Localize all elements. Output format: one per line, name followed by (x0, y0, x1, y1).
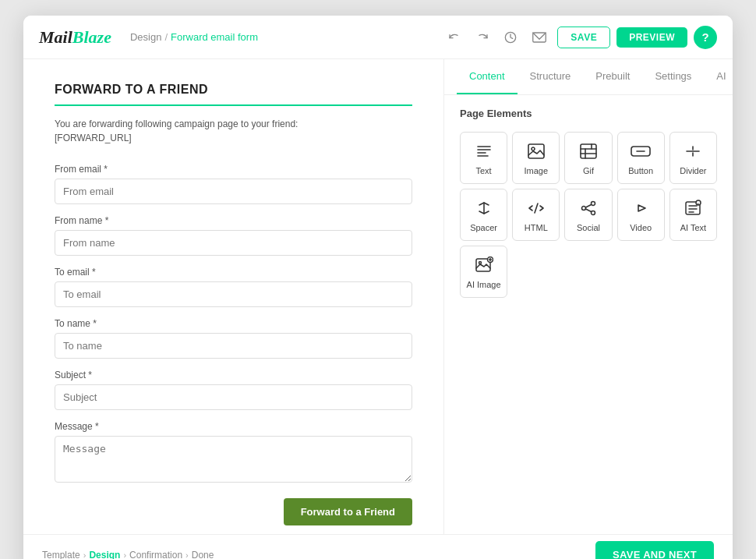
footer-breadcrumb: Template › Design › Confirmation › Done (42, 550, 214, 560)
element-social-label: Social (577, 223, 600, 232)
to-name-label: To name * (55, 318, 412, 329)
breadcrumb-current: Forward email form (171, 31, 258, 43)
header-actions: SAVE PREVIEW ? (443, 26, 717, 49)
element-html[interactable]: HTML (512, 189, 560, 241)
breadcrumb: Design / Forward email form (130, 31, 443, 43)
element-social[interactable]: Social (564, 189, 612, 241)
element-button-label: Button (628, 166, 653, 175)
subject-group: Subject * (55, 370, 412, 410)
element-ai-image[interactable]: AI Image (460, 246, 507, 298)
element-image[interactable]: Image (512, 132, 560, 184)
svg-line-17 (535, 203, 538, 213)
element-text[interactable]: Text (460, 132, 507, 184)
text-icon (475, 140, 493, 162)
footer-sep-1: › (83, 550, 87, 560)
breadcrumb-design: Design (130, 31, 161, 43)
elements-section-title: Page Elements (460, 108, 717, 119)
preview-button[interactable]: PREVIEW (616, 27, 687, 48)
element-image-label: Image (525, 166, 549, 175)
element-button[interactable]: Button (617, 132, 665, 184)
breadcrumb-separator: / (164, 31, 168, 43)
to-email-group: To email * (55, 267, 412, 307)
right-panel: Content Structure Prebuilt Settings AI P… (444, 59, 733, 534)
tabs-bar: Content Structure Prebuilt Settings AI (444, 59, 733, 95)
message-textarea[interactable] (55, 436, 412, 483)
history-button[interactable] (500, 28, 521, 47)
svg-line-22 (585, 209, 591, 212)
to-name-input[interactable] (55, 333, 412, 359)
from-name-group: From name * (55, 215, 412, 256)
step-design: Design (89, 550, 120, 560)
element-ai-text[interactable]: ✦ AI Text (669, 189, 717, 241)
to-email-input[interactable] (55, 281, 412, 307)
elements-grid: Text Image (460, 132, 717, 298)
page-elements: Page Elements Text (444, 95, 733, 534)
step-done: Done (192, 550, 214, 560)
element-gif[interactable]: Gif (564, 132, 612, 184)
tab-ai[interactable]: AI (704, 59, 733, 94)
svg-rect-8 (581, 144, 596, 158)
form-title: FORWARD TO A FRIEND (55, 83, 412, 97)
form-divider (55, 104, 412, 106)
email-icon (532, 31, 546, 44)
main-content: FORWARD TO A FRIEND You are forwarding f… (23, 59, 733, 534)
save-button[interactable]: SAVE (557, 27, 610, 48)
message-group: Message * (55, 421, 412, 486)
element-text-label: Text (476, 166, 492, 175)
submit-row: Forward to a Friend (55, 498, 412, 525)
footer: Template › Design › Confirmation › Done … (23, 534, 733, 559)
to-name-group: To name * (55, 318, 412, 359)
save-and-next-button[interactable]: SAVE AND NEXT (595, 541, 714, 559)
step-template: Template (42, 550, 80, 560)
redo-button[interactable] (472, 28, 493, 47)
app-window: MailBlaze Design / Forward email form (23, 16, 733, 559)
element-divider-label: Divider (680, 166, 706, 175)
subject-input[interactable] (55, 384, 412, 410)
form-description: You are forwarding following campaign pa… (55, 117, 412, 145)
forward-button[interactable]: Forward to a Friend (284, 498, 412, 525)
divider-icon (684, 140, 702, 162)
undo-button[interactable] (443, 28, 465, 47)
tab-structure[interactable]: Structure (518, 59, 584, 94)
help-button[interactable]: ? (694, 26, 717, 49)
to-email-label: To email * (55, 267, 412, 278)
element-ai-image-label: AI Image (467, 280, 501, 289)
tab-settings[interactable]: Settings (642, 59, 704, 94)
element-spacer[interactable]: Spacer (460, 189, 507, 241)
footer-sep-3: › (185, 550, 189, 560)
from-email-input[interactable] (55, 179, 412, 204)
svg-point-19 (581, 207, 585, 211)
tab-content[interactable]: Content (457, 59, 518, 94)
element-ai-text-label: AI Text (680, 223, 706, 232)
video-icon (631, 197, 650, 219)
history-icon (504, 31, 517, 44)
svg-rect-6 (528, 144, 544, 158)
ai-image-icon (475, 254, 493, 276)
svg-point-31 (479, 262, 481, 264)
element-spacer-label: Spacer (470, 223, 497, 232)
email-preview-button[interactable] (528, 28, 551, 47)
message-label: Message * (55, 421, 412, 432)
undo-icon (448, 31, 461, 44)
from-email-group: From email * (55, 164, 412, 204)
svg-point-7 (532, 147, 535, 150)
svg-marker-23 (638, 205, 645, 211)
image-icon (527, 140, 546, 162)
tab-prebuilt[interactable]: Prebuilt (583, 59, 642, 94)
footer-sep-2: › (123, 550, 126, 560)
html-icon (527, 197, 546, 219)
subject-label: Subject * (55, 370, 412, 380)
element-html-label: HTML (525, 223, 548, 232)
element-video-label: Video (630, 223, 652, 232)
spacer-icon (475, 197, 493, 219)
element-divider[interactable]: Divider (669, 132, 717, 184)
gif-icon (579, 140, 598, 162)
element-video[interactable]: Video (617, 189, 665, 241)
button-icon (631, 140, 651, 162)
svg-line-21 (585, 205, 591, 208)
redo-icon (476, 31, 489, 44)
step-confirmation: Confirmation (129, 550, 182, 560)
social-icon (579, 197, 598, 219)
from-name-input[interactable] (55, 230, 412, 256)
element-gif-label: Gif (583, 166, 594, 175)
